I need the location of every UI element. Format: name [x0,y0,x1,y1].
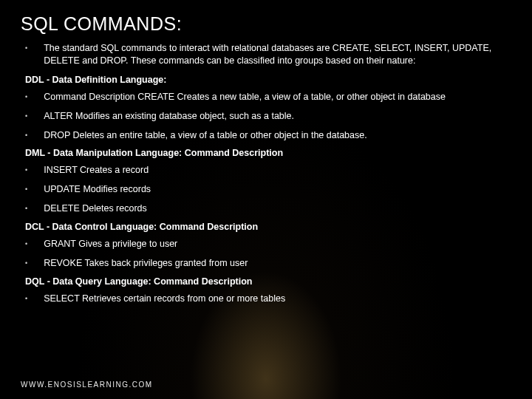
section-heading-dml: DML - Data Manipulation Language: Comman… [25,148,511,158]
intro-row: • The standard SQL commands to interact … [21,42,511,67]
item-text: INSERT Creates a record [44,164,149,177]
bullet-icon: • [25,259,27,267]
bullet-icon: • [25,205,27,212]
section-heading-ddl: DDL - Data Definition Language: [25,75,511,85]
item-text: GRANT Gives a privilege to user [44,238,177,250]
list-item: • REVOKE Takes back privileges granted f… [21,257,511,270]
list-item: • DELETE Deletes records [21,202,511,215]
item-text: Command Description CREATE Creates a new… [44,91,446,103]
item-text: DELETE Deletes records [44,202,147,215]
bullet-icon: • [25,185,27,193]
list-item: • UPDATE Modifies records [21,183,511,196]
item-text: REVOKE Takes back privileges granted fro… [44,257,248,270]
list-item: • GRANT Gives a privilege to user [21,238,511,250]
bullet-icon: • [25,44,27,52]
bullet-icon: • [25,112,27,120]
list-item: • SELECT Retrieves certain records from … [21,293,511,305]
section-heading-dql: DQL - Data Query Language: Command Descr… [25,276,511,287]
item-text: SELECT Retrieves certain records from on… [44,293,285,305]
bullet-icon: • [25,166,27,174]
item-text: DROP Deletes an entire table, a view of … [44,129,367,142]
intro-text: The standard SQL commands to interact wi… [44,42,511,67]
section-heading-dcl: DCL - Data Control Language: Command Des… [25,222,511,232]
bullet-icon: • [25,240,27,248]
item-text: ALTER Modifies an existing database obje… [44,110,294,123]
item-text: UPDATE Modifies records [44,183,151,196]
bullet-icon: • [25,93,27,100]
bullet-icon: • [25,132,27,139]
bullet-icon: • [25,295,27,302]
list-item: • DROP Deletes an entire table, a view o… [21,129,511,142]
slide-title: SQL COMMANDS: [21,13,511,35]
list-item: • ALTER Modifies an existing database ob… [21,110,511,123]
list-item: • Command Description CREATE Creates a n… [21,91,511,103]
list-item: • INSERT Creates a record [21,164,511,177]
footer-url: WWW.ENOSISLEARNING.COM [21,381,153,389]
